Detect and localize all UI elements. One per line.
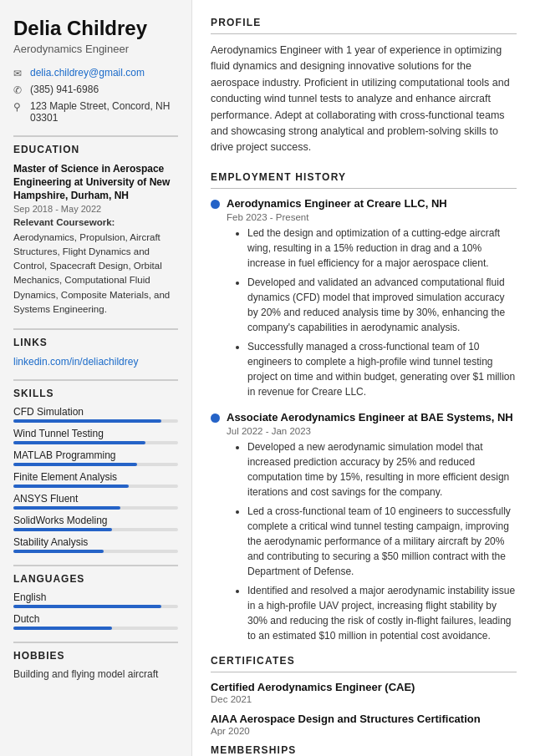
certificate-entry: AIAA Aerospace Design and Structures Cer…	[211, 713, 517, 736]
cert-name: Certified Aerodynamics Engineer (CAE)	[211, 681, 517, 693]
certificates-list: Certified Aerodynamics Engineer (CAE) De…	[211, 681, 517, 736]
skills-list: CFD Simulation Wind Tunnel Testing MATLA…	[13, 406, 178, 553]
bullet-item: Successfully managed a cross-functional …	[247, 339, 517, 399]
links-divider	[13, 328, 178, 330]
skill-bar-fill	[13, 506, 120, 510]
skill-bar-bg	[13, 485, 178, 488]
skill-item: SolidWorks Modeling	[13, 515, 178, 531]
emp-bullets: Led the design and optimization of a cut…	[236, 226, 517, 399]
employment-section-title: EMPLOYMENT HISTORY	[211, 171, 517, 183]
skill-bar-bg	[13, 441, 178, 444]
sidebar: Delia Childrey Aerodynamics Engineer ✉ d…	[0, 0, 192, 756]
employment-divider	[211, 188, 517, 189]
education-section-title: EDUCATION	[13, 144, 178, 155]
skills-divider	[13, 379, 178, 381]
main-content: PROFILE Aerodynamics Engineer with 1 yea…	[192, 0, 535, 756]
skill-item: Stability Analysis	[13, 536, 178, 553]
cert-date: Dec 2021	[211, 694, 517, 704]
language-label: English	[13, 591, 178, 603]
emp-title: Associate Aerodynamics Engineer at BAE S…	[227, 411, 513, 424]
emp-dot	[211, 200, 220, 209]
skill-label: Finite Element Analysis	[13, 471, 178, 483]
skill-item: MATLAB Programming	[13, 449, 178, 466]
employment-entry: Aerodynamics Engineer at Creare LLC, NH …	[211, 197, 517, 399]
language-item: English	[13, 591, 178, 608]
skill-bar-fill	[13, 463, 137, 466]
coursework-text: Aerodynamics, Propulsion, Aircraft Struc…	[13, 232, 170, 314]
languages-section-title: LANGUAGES	[13, 573, 178, 585]
skill-label: Stability Analysis	[13, 536, 178, 548]
skill-bar-bg	[13, 463, 178, 466]
location-icon: ⚲	[13, 101, 25, 113]
language-item: Dutch	[13, 613, 178, 630]
bullet-item: Developed and validated an advanced comp…	[247, 275, 517, 335]
hobbies-section-title: HOBBIES	[13, 650, 178, 662]
language-label: Dutch	[13, 613, 178, 625]
bullet-item: Led the design and optimization of a cut…	[247, 226, 517, 271]
emp-title: Aerodynamics Engineer at Creare LLC, NH	[227, 197, 447, 210]
phone-text: (385) 941-6986	[30, 84, 99, 95]
profile-text: Aerodynamics Engineer with 1 year of exp…	[211, 43, 517, 156]
contact-phone: ✆ (385) 941-6986	[13, 84, 178, 96]
address-text: 123 Maple Street, Concord, NH 03301	[30, 100, 178, 124]
education-divider	[13, 135, 178, 137]
cert-name: AIAA Aerospace Design and Structures Cer…	[211, 713, 517, 725]
skill-label: SolidWorks Modeling	[13, 515, 178, 526]
skill-item: Finite Element Analysis	[13, 471, 178, 488]
memberships-section-title: MEMBERSHIPS	[211, 744, 517, 756]
email-icon: ✉	[13, 68, 25, 79]
education-coursework: Relevant Coursework: Aerodynamics, Propu…	[13, 216, 178, 317]
languages-list: English Dutch	[13, 591, 178, 630]
contact-email: ✉ delia.childrey@gmail.com	[13, 67, 178, 79]
emp-header: Associate Aerodynamics Engineer at BAE S…	[211, 411, 517, 424]
language-bar-fill	[13, 605, 161, 608]
language-bar-fill	[13, 627, 112, 630]
bullet-item: Identified and resolved a major aerodyna…	[247, 583, 517, 643]
email-link[interactable]: delia.childrey@gmail.com	[30, 67, 145, 79]
skill-item: Wind Tunnel Testing	[13, 428, 178, 444]
profile-divider	[211, 33, 517, 34]
links-section-title: LINKS	[13, 337, 178, 348]
certificates-section-title: CERTIFICATES	[211, 655, 517, 667]
profile-section-title: PROFILE	[211, 17, 517, 28]
skill-label: Wind Tunnel Testing	[13, 428, 178, 439]
bullet-item: Developed a new aerodynamic simulation m…	[247, 439, 517, 500]
skill-bar-bg	[13, 419, 178, 423]
skill-bar-bg	[13, 506, 178, 510]
phone-icon: ✆	[13, 84, 25, 96]
skill-bar-bg	[13, 550, 178, 553]
skill-label: CFD Simulation	[13, 406, 178, 418]
certificates-divider	[211, 672, 517, 672]
language-bar-bg	[13, 605, 178, 608]
skill-item: ANSYS Fluent	[13, 493, 178, 510]
emp-dates: Jul 2022 - Jan 2023	[227, 426, 517, 436]
skill-item: CFD Simulation	[13, 406, 178, 423]
skill-bar-fill	[13, 441, 145, 444]
skill-bar-fill	[13, 550, 104, 553]
language-bar-bg	[13, 627, 178, 630]
skill-label: MATLAB Programming	[13, 449, 178, 461]
certificate-entry: Certified Aerodynamics Engineer (CAE) De…	[211, 681, 517, 704]
contact-address: ⚲ 123 Maple Street, Concord, NH 03301	[13, 100, 178, 124]
education-degree: Master of Science in Aerospace Engineeri…	[13, 162, 178, 203]
emp-bullets: Developed a new aerodynamic simulation m…	[236, 439, 517, 643]
skills-section-title: SKILLS	[13, 388, 178, 399]
languages-divider	[13, 565, 178, 566]
employment-entry: Associate Aerodynamics Engineer at BAE S…	[211, 411, 517, 643]
coursework-label: Relevant Coursework:	[13, 217, 115, 227]
skill-bar-fill	[13, 419, 161, 423]
candidate-title: Aerodynamics Engineer	[13, 43, 178, 55]
employment-list: Aerodynamics Engineer at Creare LLC, NH …	[211, 197, 517, 643]
cert-date: Apr 2020	[211, 726, 517, 736]
hobbies-divider	[13, 642, 178, 643]
skill-bar-bg	[13, 528, 178, 531]
skill-bar-fill	[13, 485, 129, 488]
skill-label: ANSYS Fluent	[13, 493, 178, 505]
education-dates: Sep 2018 - May 2022	[13, 204, 178, 214]
emp-dates: Feb 2023 - Present	[227, 212, 517, 222]
bullet-item: Led a cross-functional team of 10 engine…	[247, 504, 517, 579]
linkedin-link[interactable]: linkedin.com/in/deliachildrey	[13, 356, 138, 368]
emp-header: Aerodynamics Engineer at Creare LLC, NH	[211, 197, 517, 210]
emp-dot	[211, 414, 220, 423]
candidate-name: Delia Childrey	[13, 17, 178, 41]
